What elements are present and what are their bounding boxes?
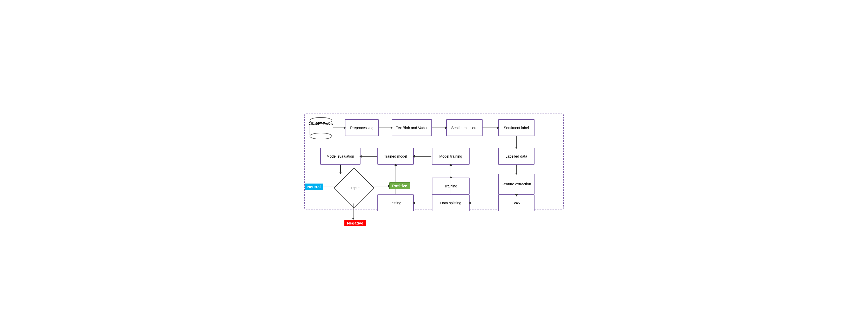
neutral-label: Neutral <box>305 183 323 190</box>
arrow-testing-trainedmodel <box>396 165 396 194</box>
data-splitting-box: Data splitting <box>432 194 470 211</box>
arrowhead-negative <box>352 218 354 220</box>
testing-box: Testing <box>377 194 414 211</box>
preprocessing-box: Preprocessing <box>345 119 379 136</box>
arrow-bow-to-datasplit <box>470 203 498 203</box>
output-label: Output <box>348 186 360 190</box>
positive-label: Positive <box>389 182 410 189</box>
arrow-eval-output <box>340 165 341 172</box>
arrow-label-labelled <box>516 136 517 147</box>
feature-extraction-box: Feature extraction <box>498 174 534 194</box>
arrow-preprocessing-textblob <box>379 128 391 128</box>
labelled-data-box: Labelled data <box>498 148 534 165</box>
model-evaluation-box: Model evaluation <box>320 148 361 165</box>
arrow-labelled-feature <box>516 165 517 173</box>
output-diamond-wrapper: Output <box>338 172 370 204</box>
trained-model-box: Trained model <box>377 148 414 165</box>
svg-point-2 <box>310 133 332 139</box>
arrow-datasplit-testing <box>414 203 431 203</box>
arrow-modeltraining-trainedmodel <box>414 156 431 156</box>
arrow-chatgpt-preprocessing <box>333 128 344 128</box>
diagram-container: Preprocessing TextBlob and Vader Sentime… <box>304 113 564 210</box>
arrow-textblob-sentiment-score <box>432 128 446 128</box>
arrow-trained-eval <box>361 156 377 156</box>
textblob-box: TextBlob and Vader <box>392 119 432 136</box>
chatgpt-tweets-cylinder: ChatGPT Tweets <box>309 117 333 139</box>
double-arrow-right <box>370 186 388 188</box>
arrow-datasplit-training <box>451 178 451 194</box>
double-arrow-down <box>353 204 355 218</box>
arrow-training-modeltraining <box>451 165 451 177</box>
chatgpt-label: ChatGPT Tweets <box>309 122 333 126</box>
sentiment-label-box: Sentiment label <box>498 119 534 136</box>
sentiment-score-box: Sentiment score <box>446 119 483 136</box>
arrow-score-label <box>483 128 498 128</box>
model-training-box: Model training <box>432 148 470 165</box>
negative-label: Negative <box>344 220 366 226</box>
bow-box: BoW <box>498 194 534 211</box>
